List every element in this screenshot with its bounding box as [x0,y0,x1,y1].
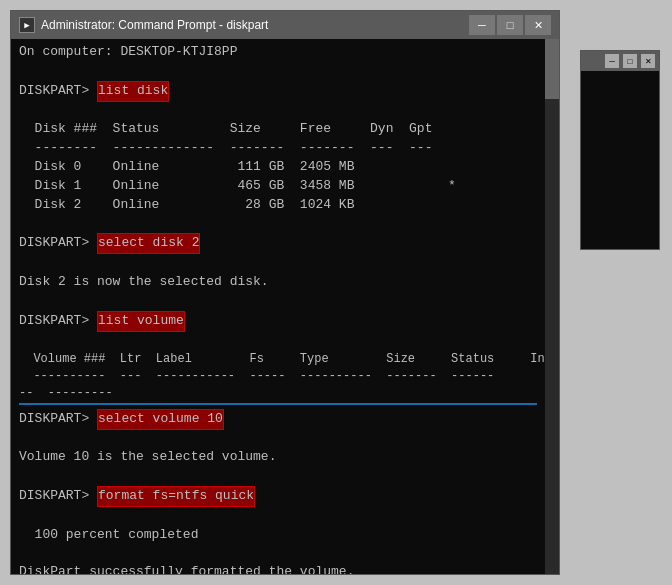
prompt-list-disk: DISKPART> list disk [19,81,537,102]
blank-8 [19,467,537,486]
window-title: Administrator: Command Prompt - diskpart [41,18,268,32]
prompt-4: DISKPART> [19,410,97,429]
prompt-list-volume: DISKPART> list volume [19,311,537,332]
blank-1 [19,62,537,81]
cmd-list-volume: list volume [97,311,185,332]
terminal-body[interactable]: On computer: DESKTOP-KTJI8PP DISKPART> l… [11,39,559,574]
background-window: ─ □ ✕ [580,50,660,250]
window-controls: ─ □ ✕ [469,15,551,35]
scrollbar[interactable] [545,39,559,574]
bg-minimize-button[interactable]: ─ [605,54,619,68]
blank-5 [19,292,537,311]
disk-divider: -------- ------------- ------- ------- -… [19,139,537,158]
computer-line: On computer: DESKTOP-KTJI8PP [19,43,537,62]
cmd-icon: ▶ [19,17,35,33]
blank-6 [19,332,537,351]
volume-header: Volume ### Ltr Label Fs Type Size Status… [19,351,537,368]
blank-3 [19,215,537,234]
scrollbar-thumb[interactable] [545,39,559,99]
volume-divider2: -- --------- [19,385,537,402]
disk-row-2: Disk 2 Online 28 GB 1024 KB [19,196,537,215]
format-progress: 100 percent completed [19,526,537,545]
volume-divider: ---------- --- ----------- ----- -------… [19,368,537,385]
prompt-2: DISKPART> [19,234,97,253]
titlebar-left: ▶ Administrator: Command Prompt - diskpa… [19,17,268,33]
blank-4 [19,254,537,273]
background-window-titlebar: ─ □ ✕ [581,51,659,71]
cmd-list-disk: list disk [97,81,169,102]
prompt-5: DISKPART> [19,487,97,506]
bg-close-button[interactable]: ✕ [641,54,655,68]
format-result: DiskPart successfully formatted the volu… [19,563,537,574]
blank-10 [19,545,537,564]
cmd-select-volume: select volume 10 [97,409,224,430]
disk-header: Disk ### Status Size Free Dyn Gpt [19,120,537,139]
blank-9 [19,507,537,526]
select-volume-result: Volume 10 is the selected volume. [19,448,537,467]
prompt-3: DISKPART> [19,312,97,331]
cmd-select-disk: select disk 2 [97,233,200,254]
prompt-select-disk: DISKPART> select disk 2 [19,233,537,254]
disk-row-0: Disk 0 Online 111 GB 2405 MB [19,158,537,177]
cmd-format: format fs=ntfs quick [97,486,255,507]
maximize-button[interactable]: □ [497,15,523,35]
cmd-icon-symbol: ▶ [24,20,29,31]
disk-row-1: Disk 1 Online 465 GB 3458 MB * [19,177,537,196]
bg-maximize-button[interactable]: □ [623,54,637,68]
blank-2 [19,102,537,121]
main-window: ▶ Administrator: Command Prompt - diskpa… [10,10,560,575]
close-button[interactable]: ✕ [525,15,551,35]
prompt-1: DISKPART> [19,82,97,101]
prompt-format: DISKPART> format fs=ntfs quick [19,486,537,507]
minimize-button[interactable]: ─ [469,15,495,35]
prompt-select-volume: DISKPART> select volume 10 [19,409,537,430]
select-disk-result: Disk 2 is now the selected disk. [19,273,537,292]
titlebar: ▶ Administrator: Command Prompt - diskpa… [11,11,559,39]
blank-7 [19,430,537,449]
